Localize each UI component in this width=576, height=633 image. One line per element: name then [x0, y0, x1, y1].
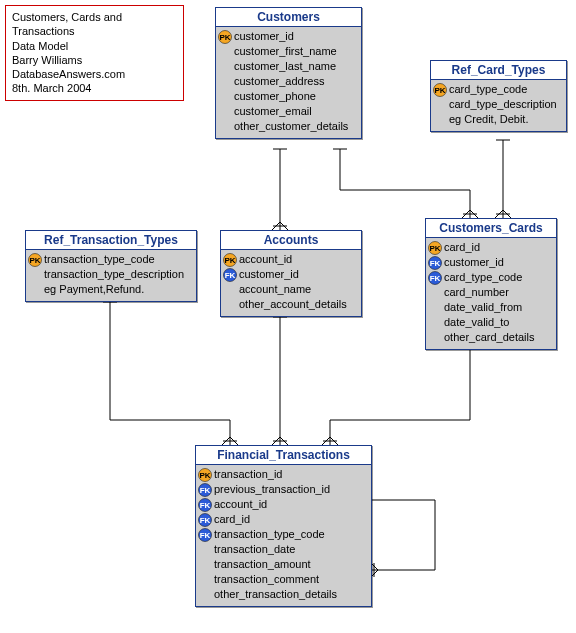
- entity-customers: Customers PKcustomer_idcustomer_first_na…: [215, 7, 362, 139]
- column-name: account_id: [214, 497, 267, 512]
- svg-text:FK: FK: [430, 259, 441, 268]
- entity-title: Customers: [216, 8, 361, 27]
- svg-text:FK: FK: [200, 501, 211, 510]
- key-spacer: [28, 283, 42, 297]
- fk-key-icon: FK: [428, 271, 442, 285]
- key-spacer: [433, 113, 447, 127]
- column-name: card_id: [214, 512, 250, 527]
- fk-key-icon: FK: [198, 483, 212, 497]
- column-name: card_type_code: [449, 82, 527, 97]
- column-name: customer_id: [239, 267, 299, 282]
- svg-text:FK: FK: [225, 271, 236, 280]
- key-spacer: [218, 120, 232, 134]
- column-row: customer_first_name: [218, 44, 359, 59]
- key-spacer: [198, 543, 212, 557]
- fk-key-icon: FK: [198, 513, 212, 527]
- column-row: other_account_details: [223, 297, 359, 312]
- key-spacer: [223, 283, 237, 297]
- column-row: transaction_amount: [198, 557, 369, 572]
- entity-title: Accounts: [221, 231, 361, 250]
- key-spacer: [218, 105, 232, 119]
- entity-body: PKcard_idFKcustomer_idFKcard_type_codeca…: [426, 238, 556, 349]
- key-spacer: [218, 90, 232, 104]
- column-name: customer_email: [234, 104, 312, 119]
- pk-key-icon: PK: [428, 241, 442, 255]
- column-row: customer_email: [218, 104, 359, 119]
- column-row: date_valid_from: [428, 300, 554, 315]
- column-name: customer_first_name: [234, 44, 337, 59]
- pk-key-icon: PK: [433, 83, 447, 97]
- column-name: customer_id: [234, 29, 294, 44]
- pk-key-icon: PK: [218, 30, 232, 44]
- key-spacer: [223, 298, 237, 312]
- column-name: previous_transaction_id: [214, 482, 330, 497]
- svg-text:PK: PK: [434, 86, 445, 95]
- column-name: card_id: [444, 240, 480, 255]
- key-spacer: [428, 301, 442, 315]
- entity-body: PKtransaction_type_codetransaction_type_…: [26, 250, 196, 301]
- svg-text:FK: FK: [200, 516, 211, 525]
- column-row: PKtransaction_id: [198, 467, 369, 482]
- key-spacer: [28, 268, 42, 282]
- column-name: account_name: [239, 282, 311, 297]
- column-name: customer_address: [234, 74, 325, 89]
- info-source: DatabaseAnswers.com: [12, 67, 177, 81]
- info-date: 8th. March 2004: [12, 81, 177, 95]
- column-name: customer_id: [444, 255, 504, 270]
- column-name: customer_last_name: [234, 59, 336, 74]
- entity-financial-transactions: Financial_Transactions PKtransaction_idF…: [195, 445, 372, 607]
- column-name: date_valid_from: [444, 300, 522, 315]
- svg-text:FK: FK: [200, 486, 211, 495]
- info-author: Barry Williams: [12, 53, 177, 67]
- entity-ref-transaction-types: Ref_Transaction_Types PKtransaction_type…: [25, 230, 197, 302]
- column-name: account_id: [239, 252, 292, 267]
- column-row: PKcard_id: [428, 240, 554, 255]
- entity-customers-cards: Customers_Cards PKcard_idFKcustomer_idFK…: [425, 218, 557, 350]
- key-spacer: [198, 588, 212, 602]
- entity-title: Customers_Cards: [426, 219, 556, 238]
- column-name: transaction_date: [214, 542, 295, 557]
- pk-key-icon: PK: [223, 253, 237, 267]
- svg-text:PK: PK: [224, 256, 235, 265]
- column-name: transaction_type_code: [44, 252, 155, 267]
- column-row: other_card_details: [428, 330, 554, 345]
- column-row: PKcustomer_id: [218, 29, 359, 44]
- svg-text:PK: PK: [199, 471, 210, 480]
- key-spacer: [218, 75, 232, 89]
- column-row: FKcard_id: [198, 512, 369, 527]
- entity-ref-card-types: Ref_Card_Types PKcard_type_codecard_type…: [430, 60, 567, 132]
- key-spacer: [428, 286, 442, 300]
- key-spacer: [428, 331, 442, 345]
- entity-title: Ref_Card_Types: [431, 61, 566, 80]
- column-name: transaction_amount: [214, 557, 311, 572]
- column-row: customer_last_name: [218, 59, 359, 74]
- column-row: customer_address: [218, 74, 359, 89]
- column-row: FKprevious_transaction_id: [198, 482, 369, 497]
- pk-key-icon: PK: [198, 468, 212, 482]
- column-name: card_type_description: [449, 97, 557, 112]
- column-name: transaction_type_code: [214, 527, 325, 542]
- fk-key-icon: FK: [198, 528, 212, 542]
- column-row: card_number: [428, 285, 554, 300]
- column-name: transaction_type_description: [44, 267, 184, 282]
- column-row: account_name: [223, 282, 359, 297]
- fk-key-icon: FK: [198, 498, 212, 512]
- column-name: eg Credit, Debit.: [449, 112, 528, 127]
- column-row: date_valid_to: [428, 315, 554, 330]
- entity-title: Financial_Transactions: [196, 446, 371, 465]
- fk-key-icon: FK: [223, 268, 237, 282]
- column-row: transaction_type_description: [28, 267, 194, 282]
- key-spacer: [428, 316, 442, 330]
- column-name: card_number: [444, 285, 509, 300]
- column-row: transaction_date: [198, 542, 369, 557]
- svg-text:PK: PK: [29, 256, 40, 265]
- fk-key-icon: FK: [428, 256, 442, 270]
- entity-body: PKtransaction_idFKprevious_transaction_i…: [196, 465, 371, 606]
- column-row: other_transaction_details: [198, 587, 369, 602]
- entity-body: PKaccount_idFKcustomer_idaccount_nameoth…: [221, 250, 361, 316]
- column-name: card_type_code: [444, 270, 522, 285]
- column-name: transaction_id: [214, 467, 283, 482]
- svg-text:FK: FK: [200, 531, 211, 540]
- entity-accounts: Accounts PKaccount_idFKcustomer_idaccoun…: [220, 230, 362, 317]
- info-title: Customers, Cards and Transactions: [12, 10, 177, 39]
